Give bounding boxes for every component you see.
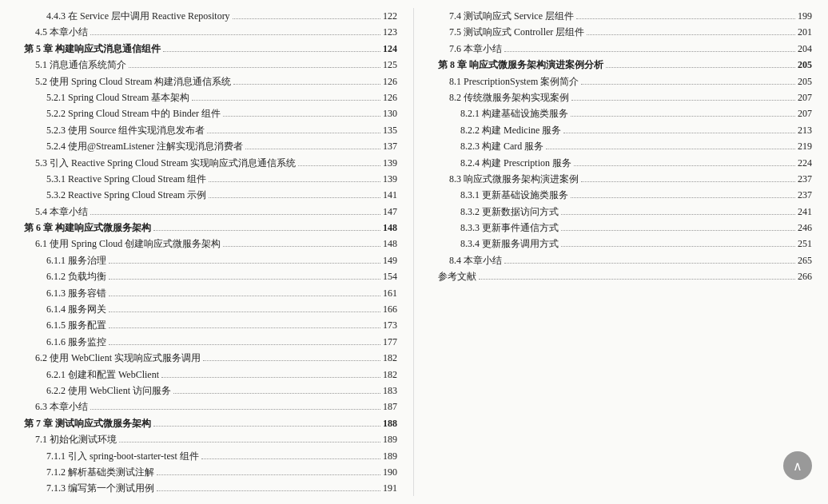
toc-label: 6.1 使用 Spring Cloud 创建响应式微服务架构 <box>35 236 221 252</box>
toc-label: 8.2.2 构建 Medicine 服务 <box>460 122 561 138</box>
toc-label: 5.2.1 Spring Cloud Stream 基本架构 <box>46 89 189 105</box>
toc-entry: 8.2.1 构建基础设施类服务207 <box>438 105 812 121</box>
toc-dots <box>192 100 380 101</box>
toc-dots <box>163 51 380 52</box>
toc-label: 6.2 使用 WebClient 实现响应式服务调用 <box>35 350 201 366</box>
toc-entry: 8.2.2 构建 Medicine 服务213 <box>438 122 812 138</box>
right-column: ∧ 7.4 测试响应式 Service 层组件1997.5 测试响应式 Cont… <box>414 8 828 496</box>
toc-dots <box>90 409 380 410</box>
toc-label: 6.1.1 服务治理 <box>46 252 106 268</box>
toc-dots <box>90 34 380 35</box>
toc-dots <box>109 296 380 296</box>
toc-dots <box>233 84 380 85</box>
toc-label: 第 8 章 响应式微服务架构演进案例分析 <box>438 57 603 73</box>
toc-label: 6.1.5 服务配置 <box>46 317 106 333</box>
toc-label: 5.3.1 Reactive Spring Cloud Stream 组件 <box>46 171 206 187</box>
toc-page-number: 141 <box>383 187 397 203</box>
toc-entry: 8.3.4 更新服务调用方式251 <box>438 236 812 252</box>
toc-entry: 8.2.3 构建 Card 服务219 <box>438 138 812 154</box>
toc-page-number: 207 <box>798 89 812 105</box>
toc-dots <box>223 246 380 247</box>
toc-label: 8.3 响应式微服务架构演进案例 <box>449 171 579 187</box>
toc-label: 参考文献 <box>438 268 476 284</box>
toc-dots <box>209 181 380 182</box>
toc-dots <box>245 149 380 149</box>
toc-entry: 8.3.1 更新基础设施类服务237 <box>438 187 812 203</box>
toc-page-number: 265 <box>798 252 812 268</box>
toc-page-number: 126 <box>383 89 397 105</box>
toc-entry: 5.2.2 Spring Cloud Stream 中的 Binder 组件13… <box>24 105 397 121</box>
toc-page-number: 149 <box>383 252 397 268</box>
toc-entry: 第 8 章 响应式微服务架构演进案例分析205 <box>438 57 812 73</box>
toc-dots <box>571 116 795 117</box>
toc-dots <box>606 67 795 68</box>
toc-page-number: 251 <box>798 236 812 252</box>
toc-entry: 4.4.3 在 Service 层中调用 Reactive Repository… <box>24 8 397 24</box>
toc-label: 第 7 章 测试响应式微服务架构 <box>24 415 151 431</box>
toc-page-number: 173 <box>383 317 397 333</box>
toc-label: 5.2.2 Spring Cloud Stream 中的 Binder 组件 <box>46 105 221 121</box>
toc-entry: 5.1 消息通信系统简介125 <box>24 57 397 73</box>
toc-page-number: 189 <box>383 431 397 447</box>
toc-page-number: 148 <box>383 236 397 252</box>
toc-page-number: 139 <box>383 155 397 171</box>
left-column: 4.4.3 在 Service 层中调用 Reactive Repository… <box>0 8 414 496</box>
toc-entry: 6.1 使用 Spring Cloud 创建响应式微服务架构148 <box>24 236 397 252</box>
toc-dots <box>109 327 380 328</box>
toc-label: 8.2 传统微服务架构实现案例 <box>449 89 569 105</box>
toc-label: 5.2.4 使用@StreamListener 注解实现消息消费者 <box>46 138 243 154</box>
toc-entry: 6.2.2 使用 WebClient 访问服务183 <box>24 383 397 399</box>
toc-label: 6.3 本章小结 <box>35 399 88 415</box>
toc-label: 6.1.2 负载均衡 <box>46 268 106 284</box>
toc-label: 8.3.2 更新数据访问方式 <box>460 204 559 220</box>
toc-page-number: 199 <box>798 8 812 24</box>
toc-entry: 6.2.1 创建和配置 WebClient182 <box>24 367 397 383</box>
toc-label: 5.3 引入 Reactive Spring Cloud Stream 实现响应… <box>35 155 296 171</box>
toc-dots <box>129 67 380 68</box>
toc-label: 5.1 消息通信系统简介 <box>35 57 126 73</box>
toc-label: 8.2.3 构建 Card 服务 <box>460 138 543 154</box>
toc-entry: 7.1.1 引入 spring-boot-starter-test 组件189 <box>24 448 397 464</box>
toc-label: 7.1.1 引入 spring-boot-starter-test 组件 <box>46 448 199 464</box>
toc-page-number: 241 <box>798 204 812 220</box>
toc-dots <box>571 100 795 101</box>
toc-page-number: 219 <box>798 138 812 154</box>
toc-label: 7.1.2 解析基础类测试注解 <box>46 464 154 480</box>
toc-page-number: 201 <box>798 24 812 40</box>
toc-dots <box>201 458 380 459</box>
toc-label: 8.2.4 构建 Prescription 服务 <box>460 155 571 171</box>
toc-label: 5.2 使用 Spring Cloud Stream 构建消息通信系统 <box>35 73 231 89</box>
toc-dots <box>574 165 795 166</box>
toc-entry: 第 6 章 构建响应式微服务架构148 <box>24 220 397 236</box>
toc-dots <box>157 490 380 491</box>
toc-dots <box>571 197 795 198</box>
toc-page-number: 125 <box>383 57 397 73</box>
toc-page-number: 130 <box>383 105 397 121</box>
toc-dots <box>233 18 380 19</box>
toc-dots <box>581 84 795 85</box>
toc-entry: 8.3.3 更新事件通信方式246 <box>438 220 812 236</box>
toc-page-number: 137 <box>383 138 397 154</box>
toc-entry: 5.3.2 Reactive Spring Cloud Stream 示例141 <box>24 187 397 203</box>
toc-page-number: 188 <box>383 415 397 431</box>
toc-entry: 7.1 初始化测试环境189 <box>24 431 397 447</box>
toc-page-number: 139 <box>383 171 397 187</box>
toc-page-number: 246 <box>798 220 812 236</box>
toc-entry: 7.5 测试响应式 Controller 层组件201 <box>438 24 812 40</box>
toc-dots <box>157 474 380 475</box>
toc-entry: 5.2.1 Spring Cloud Stream 基本架构126 <box>24 89 397 105</box>
toc-label: 7.5 测试响应式 Controller 层组件 <box>449 24 584 40</box>
toc-entry: 8.3.2 更新数据访问方式241 <box>438 204 812 220</box>
toc-label: 第 6 章 构建响应式微服务架构 <box>24 220 151 236</box>
toc-page-number: 154 <box>383 268 397 284</box>
toc-entry: 5.3.1 Reactive Spring Cloud Stream 组件139 <box>24 171 397 187</box>
scroll-top-button[interactable]: ∧ <box>783 451 812 480</box>
toc-label: 7.1 初始化测试环境 <box>35 431 117 447</box>
toc-entry: 6.1.1 服务治理149 <box>24 252 397 268</box>
toc-label: 7.4 测试响应式 Service 层组件 <box>449 8 574 24</box>
toc-page-number: 213 <box>798 122 812 138</box>
toc-label: 8.3.4 更新服务调用方式 <box>460 236 559 252</box>
toc-page-number: 166 <box>383 301 397 317</box>
toc-label: 7.6 本章小结 <box>449 41 502 57</box>
toc-dots <box>576 18 795 19</box>
